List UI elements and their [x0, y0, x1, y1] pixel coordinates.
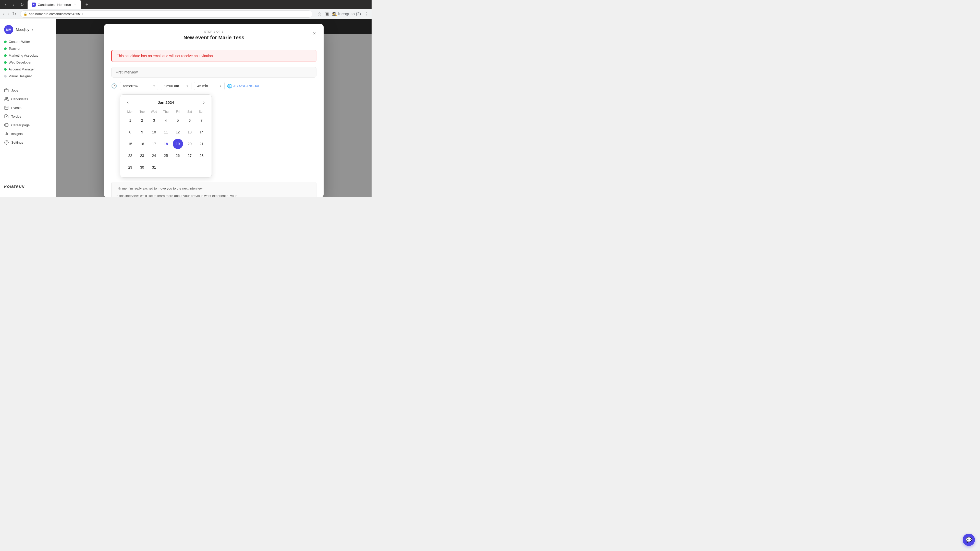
step-indicator: STEP 1 OF 1 — [111, 30, 317, 33]
duration-select[interactable]: 45 min ▾ — [194, 82, 224, 90]
nav-label: Events — [11, 106, 21, 110]
calendar-day-cell[interactable]: 3 — [148, 114, 160, 126]
modal-close-button[interactable]: × — [310, 29, 318, 37]
job-item-visual-designer[interactable]: Visual Designer — [2, 73, 54, 79]
timezone-link[interactable]: 🌐 ASIA/SHANGHAI — [227, 84, 259, 89]
calendar-day-cell[interactable]: 22 — [124, 150, 136, 162]
next-month-button[interactable]: › — [200, 99, 207, 106]
modal-title: New event for Marie Tess — [111, 35, 317, 41]
job-item-marketing-associate[interactable]: Marketing Associate — [2, 52, 54, 59]
forward-button[interactable]: › — [10, 1, 18, 8]
svg-point-11 — [6, 142, 7, 143]
calendar-day-cell[interactable]: 27 — [184, 150, 196, 162]
calendar-day-cell[interactable]: 15 — [124, 138, 136, 150]
user-menu[interactable]: MM Moodjoy ▾ — [0, 23, 56, 38]
calendar-day-cell[interactable]: 28 — [196, 150, 207, 162]
sidebar-item-insights[interactable]: Insights — [2, 129, 54, 138]
incognito-label: Incognito (2) — [338, 12, 361, 16]
nav-divider — [4, 84, 52, 84]
calendar-day-cell[interactable]: 20 — [184, 138, 196, 150]
calendar-day-cell[interactable]: 1 — [124, 114, 136, 126]
calendar-day-cell[interactable]: 5 — [172, 114, 184, 126]
calendar-day-cell[interactable]: 23 — [136, 150, 148, 162]
active-tab[interactable]: H Candidates · Homerun × — [27, 0, 81, 9]
tab-bar: ‹ › ↻ H Candidates · Homerun × + — [0, 0, 372, 9]
duration-value: 45 min — [197, 84, 208, 88]
calendar-day-cell[interactable]: 25 — [160, 150, 172, 162]
warning-text: This candidate has no email and will not… — [117, 54, 213, 58]
calendar-day-cell[interactable]: 6 — [184, 114, 196, 126]
calendar-day-cell[interactable]: 29 — [124, 162, 136, 173]
time-select[interactable]: 12:00 am ▾ — [161, 82, 191, 90]
tab-favicon: H — [32, 3, 36, 6]
sidebar-item-todos[interactable]: To-dos — [2, 112, 54, 121]
job-label: Visual Designer — [9, 74, 32, 78]
sidebar-item-events[interactable]: Events — [2, 103, 54, 112]
job-item-web-developer[interactable]: Web Developer — [2, 59, 54, 66]
sidebar-item-career-page[interactable]: Career page — [2, 121, 54, 129]
calendar-week-row: 22232425262728 — [124, 150, 207, 162]
sidebar-item-jobs[interactable]: Jobs — [2, 86, 54, 95]
job-label: Content Writer — [9, 40, 30, 44]
back-nav-button[interactable]: ‹ — [3, 11, 5, 17]
calendar-dropdown: ‹ Jan 2024 › Mon Tue Wed Thu — [120, 94, 212, 178]
calendar-day-cell[interactable]: 11 — [160, 126, 172, 138]
calendar-day-cell[interactable]: 7 — [196, 114, 207, 126]
calendar-day-cell[interactable]: 12 — [172, 126, 184, 138]
calendar-day-cell[interactable]: 14 — [196, 126, 207, 138]
calendar-day-cell[interactable]: 19 — [172, 138, 184, 150]
calendar-day-cell[interactable]: 21 — [196, 138, 207, 150]
calendar-day-cell[interactable]: 18 — [160, 138, 172, 150]
browser-actions: ☆ ▣ 🕵 Incognito (2) ⋮ — [318, 11, 369, 17]
content-area: STEP 1 OF 1 New event for Marie Tess × T… — [56, 19, 372, 197]
back-button[interactable]: ‹ — [2, 1, 9, 8]
calendar-day-cell[interactable]: 17 — [148, 138, 160, 150]
calendar-day-cell[interactable]: 26 — [172, 150, 184, 162]
weekday-fri: Fri — [172, 109, 184, 114]
svg-rect-2 — [5, 106, 8, 110]
calendar-day-cell[interactable]: 10 — [148, 126, 160, 138]
calendar-day-cell[interactable]: 8 — [124, 126, 136, 138]
address-bar[interactable]: 🔒 app.homerun.co/candidates/5425511 — [20, 11, 312, 17]
refresh-button[interactable]: ↻ — [18, 1, 25, 8]
weekday-wed: Wed — [148, 109, 160, 114]
extensions-button[interactable]: ▣ — [325, 11, 329, 17]
calendar-day-cell[interactable]: 30 — [136, 162, 148, 173]
calendar-day-cell[interactable]: 31 — [148, 162, 160, 173]
prev-month-button[interactable]: ‹ — [124, 99, 131, 106]
nav-label: Jobs — [11, 89, 18, 92]
sidebar-item-settings[interactable]: Settings — [2, 138, 54, 147]
incognito-button[interactable]: 🕵 Incognito (2) — [332, 11, 361, 16]
calendar-week-row: 15161718192021 — [124, 138, 207, 150]
job-item-account-manager[interactable]: Account Manager — [2, 66, 54, 73]
job-item-content-writer[interactable]: Content Writer — [2, 38, 54, 45]
address-text: app.homerun.co/candidates/5425511 — [29, 12, 84, 16]
status-dot — [4, 75, 6, 78]
menu-button[interactable]: ⋮ — [364, 11, 369, 17]
reload-button[interactable]: ↻ — [12, 11, 16, 17]
calendar-day-cell[interactable]: 24 — [148, 150, 160, 162]
sidebar-item-candidates[interactable]: Candidates — [2, 95, 54, 103]
month-year-label: Jan 2024 — [158, 100, 174, 105]
calendar-day-cell[interactable]: 13 — [184, 126, 196, 138]
weekday-thu: Thu — [160, 109, 172, 114]
calendar-day-cell[interactable]: 2 — [136, 114, 148, 126]
calendar-grid: Mon Tue Wed Thu Fri Sat Sun 123 — [124, 109, 207, 173]
calendar-day-cell[interactable]: 9 — [136, 126, 148, 138]
tab-close-button[interactable]: × — [73, 3, 77, 6]
briefcase-icon — [4, 88, 9, 93]
job-item-teacher[interactable]: Teacher — [2, 45, 54, 52]
calendar-day-cell[interactable]: 4 — [160, 114, 172, 126]
bookmark-button[interactable]: ☆ — [318, 11, 321, 17]
status-dot — [4, 61, 6, 64]
calendar-day-cell — [160, 162, 172, 173]
date-select[interactable]: tomorrow ▾ — [120, 82, 158, 90]
forward-nav-button[interactable]: › — [8, 11, 9, 17]
main-layout: MM Moodjoy ▾ Content Writer Teacher Mark… — [0, 19, 372, 197]
event-name-field[interactable]: First interview — [111, 67, 317, 78]
sidebar: MM Moodjoy ▾ Content Writer Teacher Mark… — [0, 19, 56, 197]
svg-point-1 — [5, 97, 6, 99]
new-tab-button[interactable]: + — [83, 1, 90, 8]
calendar-day-cell[interactable]: 16 — [136, 138, 148, 150]
time-value: 12:00 am — [164, 84, 179, 88]
